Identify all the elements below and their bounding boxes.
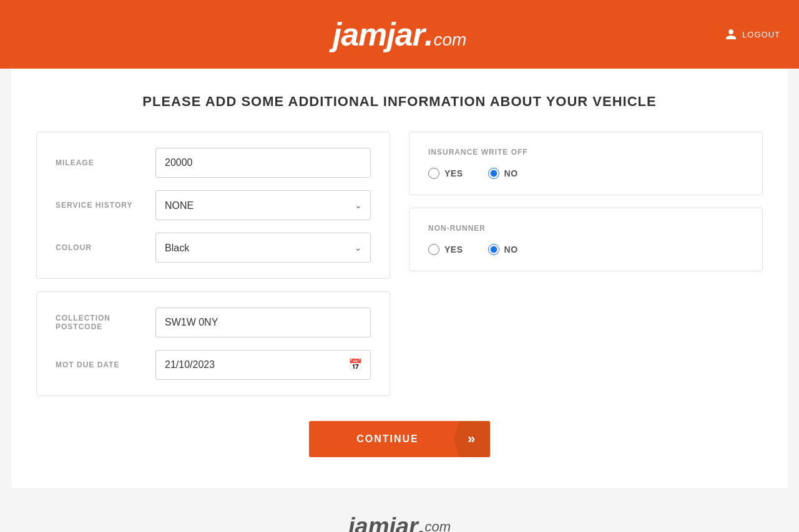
footer-logo-jamjar: jamjar xyxy=(348,513,418,532)
mileage-row: MILEAGE xyxy=(56,148,371,178)
vehicle-details-card: MILEAGE SERVICE HISTORY NONE FULL PARTIA… xyxy=(36,132,390,279)
insurance-no-label: NO xyxy=(504,168,518,178)
colour-select-wrapper: Black White Silver Red Blue Grey Green ⌄ xyxy=(155,233,371,263)
non-runner-options: YES NO xyxy=(428,244,743,255)
non-runner-card: NON-RUNNER YES NO xyxy=(409,208,763,271)
continue-wrapper: CONTINUE » xyxy=(36,421,763,457)
non-runner-label: NON-RUNNER xyxy=(428,224,743,233)
header-logo: jamjar . com xyxy=(333,16,467,53)
collection-details-card: COLLECTION POSTCODE MOT DUE DATE 📅 xyxy=(36,291,390,396)
insurance-no-option[interactable]: NO xyxy=(488,168,518,179)
postcode-label: COLLECTION POSTCODE xyxy=(56,314,155,331)
user-icon xyxy=(725,28,737,41)
colour-label: COLOUR xyxy=(56,243,155,252)
postcode-row: COLLECTION POSTCODE xyxy=(56,307,371,337)
logo-com-text: com xyxy=(433,30,466,50)
insurance-yes-option[interactable]: YES xyxy=(428,168,463,179)
continue-button-label: CONTINUE xyxy=(309,433,454,445)
non-runner-yes-label: YES xyxy=(444,244,463,254)
insurance-write-off-label: INSURANCE WRITE OFF xyxy=(428,148,743,157)
site-header: jamjar . com LOGOUT xyxy=(0,0,799,69)
insurance-yes-label: YES xyxy=(444,168,463,178)
continue-arrow-icon: » xyxy=(454,421,490,457)
insurance-no-radio[interactable] xyxy=(488,168,499,179)
mot-date-wrapper: 📅 xyxy=(155,350,371,380)
insurance-yes-radio[interactable] xyxy=(428,168,439,179)
insurance-write-off-card: INSURANCE WRITE OFF YES NO xyxy=(409,132,763,195)
insurance-write-off-options: YES NO xyxy=(428,168,743,179)
service-history-select[interactable]: NONE FULL PARTIAL xyxy=(155,190,371,220)
page-title: PLEASE ADD SOME ADDITIONAL INFORMATION A… xyxy=(36,94,763,110)
mileage-input[interactable] xyxy=(155,148,371,178)
service-history-label: SERVICE HISTORY xyxy=(56,201,155,210)
mot-row: MOT DUE DATE 📅 xyxy=(56,350,371,380)
non-runner-no-label: NO xyxy=(504,244,518,254)
form-right: INSURANCE WRITE OFF YES NO NON-RUNNER xyxy=(409,132,763,271)
footer-logo-com: com xyxy=(424,519,451,533)
main-container: PLEASE ADD SOME ADDITIONAL INFORMATION A… xyxy=(11,69,788,488)
mot-date-input[interactable] xyxy=(155,350,371,380)
form-left: MILEAGE SERVICE HISTORY NONE FULL PARTIA… xyxy=(36,132,390,396)
logout-label: LOGOUT xyxy=(742,30,780,39)
postcode-input[interactable] xyxy=(155,307,371,337)
logo-jamjar-text: jamjar xyxy=(333,16,424,53)
logout-button[interactable]: LOGOUT xyxy=(725,28,780,41)
mileage-label: MILEAGE xyxy=(56,158,155,167)
form-columns: MILEAGE SERVICE HISTORY NONE FULL PARTIA… xyxy=(36,132,763,396)
service-history-select-wrapper: NONE FULL PARTIAL ⌄ xyxy=(155,190,371,220)
colour-row: COLOUR Black White Silver Red Blue Grey … xyxy=(56,233,371,263)
non-runner-yes-radio[interactable] xyxy=(428,244,439,255)
footer-logo-section: jamjar . com xyxy=(0,488,799,532)
footer-logo-dot: . xyxy=(418,513,425,532)
service-history-row: SERVICE HISTORY NONE FULL PARTIAL ⌄ xyxy=(56,190,371,220)
non-runner-no-radio[interactable] xyxy=(488,244,499,255)
non-runner-no-option[interactable]: NO xyxy=(488,244,518,255)
logo-dot: . xyxy=(424,16,433,53)
continue-button[interactable]: CONTINUE » xyxy=(309,421,490,457)
mot-label: MOT DUE DATE xyxy=(56,360,155,369)
non-runner-yes-option[interactable]: YES xyxy=(428,244,463,255)
colour-select[interactable]: Black White Silver Red Blue Grey Green xyxy=(155,233,371,263)
